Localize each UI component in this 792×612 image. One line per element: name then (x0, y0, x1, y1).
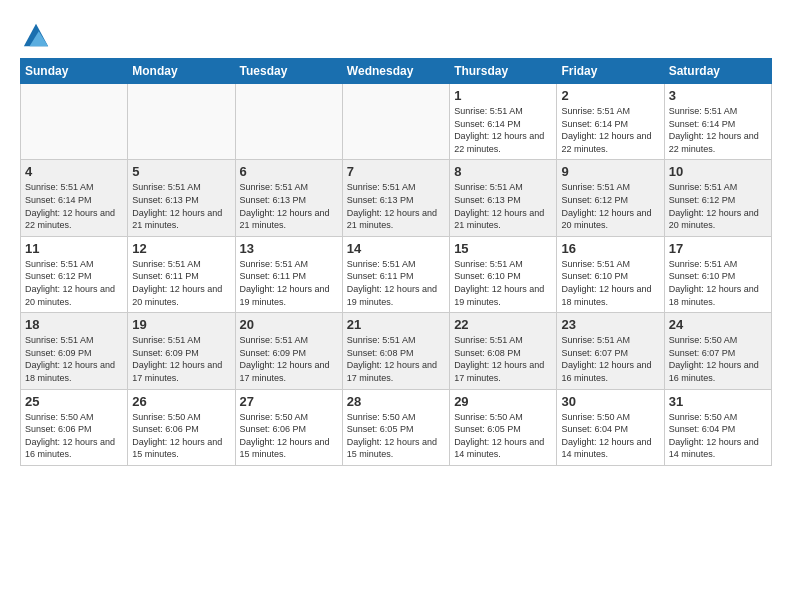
calendar-cell: 6Sunrise: 5:51 AMSunset: 6:13 PMDaylight… (235, 160, 342, 236)
calendar-header: SundayMondayTuesdayWednesdayThursdayFrid… (21, 59, 772, 84)
day-info: Sunrise: 5:51 AMSunset: 6:11 PMDaylight:… (347, 258, 445, 308)
calendar-cell: 11Sunrise: 5:51 AMSunset: 6:12 PMDayligh… (21, 236, 128, 312)
weekday-header-sunday: Sunday (21, 59, 128, 84)
day-number: 31 (669, 394, 767, 409)
day-info: Sunrise: 5:51 AMSunset: 6:10 PMDaylight:… (561, 258, 659, 308)
day-number: 3 (669, 88, 767, 103)
calendar-cell: 24Sunrise: 5:50 AMSunset: 6:07 PMDayligh… (664, 313, 771, 389)
day-info: Sunrise: 5:51 AMSunset: 6:14 PMDaylight:… (561, 105, 659, 155)
weekday-header-thursday: Thursday (450, 59, 557, 84)
day-info: Sunrise: 5:51 AMSunset: 6:09 PMDaylight:… (25, 334, 123, 384)
weekday-header-tuesday: Tuesday (235, 59, 342, 84)
day-info: Sunrise: 5:51 AMSunset: 6:12 PMDaylight:… (25, 258, 123, 308)
day-number: 26 (132, 394, 230, 409)
calendar-cell: 15Sunrise: 5:51 AMSunset: 6:10 PMDayligh… (450, 236, 557, 312)
calendar-table: SundayMondayTuesdayWednesdayThursdayFrid… (20, 58, 772, 466)
calendar-cell: 9Sunrise: 5:51 AMSunset: 6:12 PMDaylight… (557, 160, 664, 236)
day-number: 6 (240, 164, 338, 179)
logo (20, 20, 50, 48)
weekday-header-row: SundayMondayTuesdayWednesdayThursdayFrid… (21, 59, 772, 84)
day-number: 11 (25, 241, 123, 256)
day-info: Sunrise: 5:51 AMSunset: 6:09 PMDaylight:… (132, 334, 230, 384)
calendar-cell: 13Sunrise: 5:51 AMSunset: 6:11 PMDayligh… (235, 236, 342, 312)
calendar-week-row: 18Sunrise: 5:51 AMSunset: 6:09 PMDayligh… (21, 313, 772, 389)
weekday-header-saturday: Saturday (664, 59, 771, 84)
calendar-cell: 17Sunrise: 5:51 AMSunset: 6:10 PMDayligh… (664, 236, 771, 312)
calendar-cell: 23Sunrise: 5:51 AMSunset: 6:07 PMDayligh… (557, 313, 664, 389)
weekday-header-wednesday: Wednesday (342, 59, 449, 84)
calendar-cell: 20Sunrise: 5:51 AMSunset: 6:09 PMDayligh… (235, 313, 342, 389)
day-info: Sunrise: 5:51 AMSunset: 6:14 PMDaylight:… (25, 181, 123, 231)
calendar-cell: 12Sunrise: 5:51 AMSunset: 6:11 PMDayligh… (128, 236, 235, 312)
calendar-cell: 2Sunrise: 5:51 AMSunset: 6:14 PMDaylight… (557, 84, 664, 160)
day-number: 30 (561, 394, 659, 409)
calendar-week-row: 1Sunrise: 5:51 AMSunset: 6:14 PMDaylight… (21, 84, 772, 160)
calendar-cell: 21Sunrise: 5:51 AMSunset: 6:08 PMDayligh… (342, 313, 449, 389)
calendar-cell: 3Sunrise: 5:51 AMSunset: 6:14 PMDaylight… (664, 84, 771, 160)
calendar-body: 1Sunrise: 5:51 AMSunset: 6:14 PMDaylight… (21, 84, 772, 466)
calendar-cell: 19Sunrise: 5:51 AMSunset: 6:09 PMDayligh… (128, 313, 235, 389)
day-number: 7 (347, 164, 445, 179)
calendar-cell (342, 84, 449, 160)
day-info: Sunrise: 5:51 AMSunset: 6:08 PMDaylight:… (454, 334, 552, 384)
calendar-cell (21, 84, 128, 160)
day-number: 14 (347, 241, 445, 256)
calendar-cell: 28Sunrise: 5:50 AMSunset: 6:05 PMDayligh… (342, 389, 449, 465)
day-info: Sunrise: 5:51 AMSunset: 6:13 PMDaylight:… (132, 181, 230, 231)
day-number: 10 (669, 164, 767, 179)
day-number: 21 (347, 317, 445, 332)
day-number: 15 (454, 241, 552, 256)
day-info: Sunrise: 5:51 AMSunset: 6:11 PMDaylight:… (132, 258, 230, 308)
calendar-cell: 5Sunrise: 5:51 AMSunset: 6:13 PMDaylight… (128, 160, 235, 236)
day-info: Sunrise: 5:51 AMSunset: 6:10 PMDaylight:… (669, 258, 767, 308)
day-info: Sunrise: 5:51 AMSunset: 6:12 PMDaylight:… (561, 181, 659, 231)
calendar-week-row: 25Sunrise: 5:50 AMSunset: 6:06 PMDayligh… (21, 389, 772, 465)
day-info: Sunrise: 5:51 AMSunset: 6:13 PMDaylight:… (240, 181, 338, 231)
weekday-header-monday: Monday (128, 59, 235, 84)
day-number: 1 (454, 88, 552, 103)
day-info: Sunrise: 5:50 AMSunset: 6:06 PMDaylight:… (132, 411, 230, 461)
calendar-cell: 27Sunrise: 5:50 AMSunset: 6:06 PMDayligh… (235, 389, 342, 465)
day-info: Sunrise: 5:51 AMSunset: 6:14 PMDaylight:… (454, 105, 552, 155)
calendar-cell: 16Sunrise: 5:51 AMSunset: 6:10 PMDayligh… (557, 236, 664, 312)
day-number: 18 (25, 317, 123, 332)
calendar-cell: 14Sunrise: 5:51 AMSunset: 6:11 PMDayligh… (342, 236, 449, 312)
calendar-cell (128, 84, 235, 160)
calendar-cell: 7Sunrise: 5:51 AMSunset: 6:13 PMDaylight… (342, 160, 449, 236)
page-header (20, 20, 772, 48)
day-number: 24 (669, 317, 767, 332)
day-number: 9 (561, 164, 659, 179)
day-info: Sunrise: 5:50 AMSunset: 6:06 PMDaylight:… (25, 411, 123, 461)
day-number: 20 (240, 317, 338, 332)
calendar-cell: 25Sunrise: 5:50 AMSunset: 6:06 PMDayligh… (21, 389, 128, 465)
day-info: Sunrise: 5:51 AMSunset: 6:13 PMDaylight:… (347, 181, 445, 231)
day-number: 19 (132, 317, 230, 332)
day-number: 12 (132, 241, 230, 256)
day-info: Sunrise: 5:51 AMSunset: 6:08 PMDaylight:… (347, 334, 445, 384)
day-number: 5 (132, 164, 230, 179)
calendar-cell: 26Sunrise: 5:50 AMSunset: 6:06 PMDayligh… (128, 389, 235, 465)
day-info: Sunrise: 5:51 AMSunset: 6:12 PMDaylight:… (669, 181, 767, 231)
logo-icon (22, 20, 50, 48)
day-info: Sunrise: 5:50 AMSunset: 6:04 PMDaylight:… (669, 411, 767, 461)
day-info: Sunrise: 5:50 AMSunset: 6:05 PMDaylight:… (347, 411, 445, 461)
day-number: 16 (561, 241, 659, 256)
calendar-week-row: 11Sunrise: 5:51 AMSunset: 6:12 PMDayligh… (21, 236, 772, 312)
day-info: Sunrise: 5:50 AMSunset: 6:05 PMDaylight:… (454, 411, 552, 461)
calendar-cell: 8Sunrise: 5:51 AMSunset: 6:13 PMDaylight… (450, 160, 557, 236)
day-number: 4 (25, 164, 123, 179)
calendar-cell: 1Sunrise: 5:51 AMSunset: 6:14 PMDaylight… (450, 84, 557, 160)
calendar-cell: 30Sunrise: 5:50 AMSunset: 6:04 PMDayligh… (557, 389, 664, 465)
day-number: 23 (561, 317, 659, 332)
day-info: Sunrise: 5:51 AMSunset: 6:09 PMDaylight:… (240, 334, 338, 384)
day-number: 29 (454, 394, 552, 409)
day-info: Sunrise: 5:50 AMSunset: 6:07 PMDaylight:… (669, 334, 767, 384)
day-number: 13 (240, 241, 338, 256)
day-number: 27 (240, 394, 338, 409)
calendar-cell: 31Sunrise: 5:50 AMSunset: 6:04 PMDayligh… (664, 389, 771, 465)
day-number: 2 (561, 88, 659, 103)
weekday-header-friday: Friday (557, 59, 664, 84)
calendar-cell: 29Sunrise: 5:50 AMSunset: 6:05 PMDayligh… (450, 389, 557, 465)
calendar-cell: 4Sunrise: 5:51 AMSunset: 6:14 PMDaylight… (21, 160, 128, 236)
day-info: Sunrise: 5:51 AMSunset: 6:11 PMDaylight:… (240, 258, 338, 308)
